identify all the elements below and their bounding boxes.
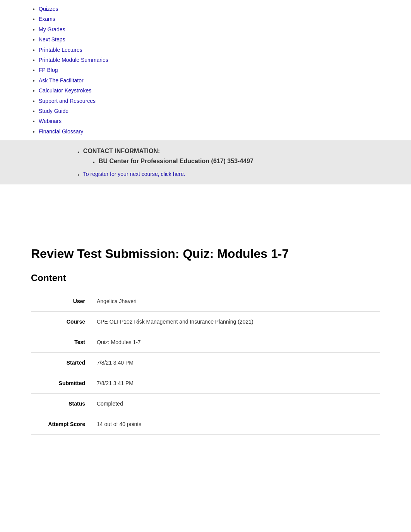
nav-link[interactable]: Financial Glossary (39, 128, 83, 135)
nav-item: Printable Lectures (39, 45, 403, 55)
nav-item: Financial Glossary (39, 126, 403, 136)
test-label: Test (31, 332, 93, 353)
nav-item: FP Blog (39, 65, 403, 75)
nav-item: Support and Resources (39, 96, 403, 106)
nav-link[interactable]: Ask The Facilitator (39, 77, 84, 84)
nav-link[interactable]: Study Guide (39, 108, 68, 114)
contact-info-title: CONTACT INFORMATION: (83, 148, 160, 155)
nav-item: Exams (39, 14, 403, 24)
nav-item: Quizzes (39, 4, 403, 14)
nav-link[interactable]: Printable Lectures (39, 47, 82, 53)
nav-link[interactable]: Webinars (39, 118, 62, 124)
bullet-icon: ● (77, 150, 79, 154)
test-value: Quiz: Modules 1-7 (93, 332, 380, 353)
nav-item: Ask The Facilitator (39, 75, 403, 85)
nav-item: Study Guide (39, 106, 403, 116)
nav-link[interactable]: Support and Resources (39, 98, 96, 104)
nav-item: Printable Module Summaries (39, 55, 403, 65)
nav-link[interactable]: My Grades (39, 26, 65, 32)
attempt-score-label: Attempt Score (31, 414, 93, 435)
status-row: Status Completed (31, 394, 380, 414)
user-row: User Angelica Jhaveri (31, 291, 380, 312)
status-label: Status (31, 394, 93, 414)
attempt-score-value: 14 out of 40 points (93, 414, 380, 435)
submitted-value: 7/8/21 3:41 PM (93, 373, 380, 394)
user-label: User (31, 291, 93, 312)
course-row: Course CPE OLFP102 Risk Management and I… (31, 312, 380, 332)
spacer (0, 184, 411, 231)
course-label: Course (31, 312, 93, 332)
course-value: CPE OLFP102 Risk Management and Insuranc… (93, 312, 380, 332)
top-navigation: QuizzesExamsMy GradesNext StepsPrintable… (0, 0, 411, 140)
started-value: 7/8/21 3:40 PM (93, 353, 380, 373)
contact-bu-item: ● BU Center for Professional Education (… (77, 156, 403, 166)
bullet-icon-2: ● (93, 160, 95, 164)
contact-bu-info: BU Center for Professional Education (61… (99, 158, 253, 165)
nav-item: Calculator Keystrokes (39, 85, 403, 95)
page-title: Review Test Submission: Quiz: Modules 1-… (31, 246, 380, 261)
started-label: Started (31, 353, 93, 373)
nav-link[interactable]: FP Blog (39, 67, 58, 73)
nav-item: My Grades (39, 24, 403, 34)
content-heading: Content (31, 273, 380, 283)
register-item[interactable]: ● To register for your next course, clic… (77, 169, 403, 179)
nav-link[interactable]: Printable Module Summaries (39, 57, 108, 63)
bullet-icon-3: ● (77, 173, 79, 177)
nav-link[interactable]: Exams (39, 16, 55, 22)
test-row: Test Quiz: Modules 1-7 (31, 332, 380, 353)
started-row: Started 7/8/21 3:40 PM (31, 353, 380, 373)
nav-link[interactable]: Quizzes (39, 6, 58, 12)
nav-link[interactable]: Calculator Keystrokes (39, 87, 91, 94)
user-value: Angelica Jhaveri (93, 291, 380, 312)
main-content: Review Test Submission: Quiz: Modules 1-… (0, 231, 411, 458)
register-link[interactable]: To register for your next course, click … (83, 171, 185, 177)
status-value: Completed (93, 394, 380, 414)
nav-item: Webinars (39, 116, 403, 126)
submitted-label: Submitted (31, 373, 93, 394)
contact-title-item: ● CONTACT INFORMATION: (77, 146, 403, 156)
submitted-row: Submitted 7/8/21 3:41 PM (31, 373, 380, 394)
attempt-score-row: Attempt Score 14 out of 40 points (31, 414, 380, 435)
nav-item: Next Steps (39, 34, 403, 44)
contact-block: ● CONTACT INFORMATION: ● BU Center for P… (0, 140, 411, 184)
submission-table: User Angelica Jhaveri Course CPE OLFP102… (31, 291, 380, 435)
nav-link[interactable]: Next Steps (39, 36, 65, 43)
